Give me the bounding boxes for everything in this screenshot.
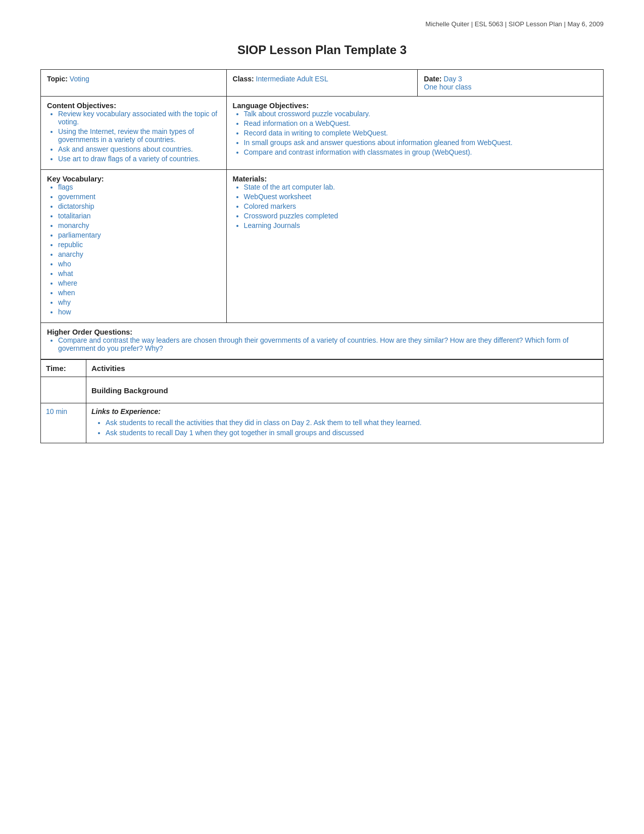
content-obj-list: Review key vocabulary associated with th… [47, 110, 220, 163]
activity-bullets-list: Ask students to recall the activities th… [91, 419, 598, 437]
list-item: Record data in writing to complete WebQu… [244, 129, 597, 137]
language-obj-cell: Language Objectives: Talk about crosswor… [226, 97, 603, 170]
page-title: SIOP Lesson Plan Template 3 [40, 43, 604, 57]
activities-header-row: Time: Activities [41, 360, 604, 377]
list-item: what [58, 269, 220, 277]
list-item: government [58, 193, 220, 201]
higher-order-label: Higher Order Questions: [47, 328, 597, 336]
list-item: monarchy [58, 221, 220, 229]
list-item: how [58, 308, 220, 316]
date-label: Date: [424, 75, 443, 83]
building-bg-time [41, 377, 86, 403]
links-experience-cell: Links to Experience: Ask students to rec… [86, 403, 604, 443]
time-header-cell: Time: [41, 360, 86, 377]
list-item: when [58, 289, 220, 297]
date-value: Day 3 [443, 75, 462, 83]
list-item: why [58, 298, 220, 306]
activities-table: Time: Activities Building Background 10 … [40, 359, 604, 443]
date-cell: Date: Day 3 One hour class [418, 70, 604, 97]
vocab-label: Key Vocabulary: [47, 175, 220, 183]
vocab-list: flagsgovernmentdictatorshiptotalitarianm… [47, 183, 220, 316]
page: Michelle Quiter | ESL 5063 | SIOP Lesson… [0, 0, 644, 834]
list-item: Learning Journals [244, 221, 597, 229]
list-item: Read information on a WebQuest. [244, 119, 597, 127]
higher-order-text: Compare and contrast the way leaders are… [58, 336, 569, 352]
list-item: Crossword puzzles completed [244, 212, 597, 220]
language-obj-label: Language Objectives: [233, 102, 597, 110]
time-10-cell: 10 min [41, 403, 86, 443]
building-bg-cell: Building Background [86, 377, 604, 403]
list-item: republic [58, 241, 220, 249]
list-item: Ask students to recall the activities th… [106, 419, 598, 427]
list-item: Ask students to recall Day 1 when they g… [106, 429, 598, 437]
list-item: Review key vocabulary associated with th… [58, 110, 220, 126]
list-item: Talk about crossword puzzle vocabulary. [244, 110, 597, 118]
list-item: State of the art computer lab. [244, 183, 597, 191]
links-exp-label: Links to Experience: [91, 407, 598, 415]
objectives-row: Content Objectives: Review key vocabular… [41, 97, 604, 170]
list-item: flags [58, 183, 220, 191]
time-col-header: Time: [46, 364, 66, 373]
building-background-label: Building Background [91, 386, 598, 395]
list-item: Use art to draw flags of a variety of co… [58, 155, 220, 163]
class-cell: Class: Intermediate Adult ESL [226, 70, 418, 97]
date-sub: One hour class [424, 83, 471, 91]
list-item: In small groups ask and answer questions… [244, 138, 597, 147]
list-item: Colored markers [244, 202, 597, 210]
topic-row: Topic: Voting Class: Intermediate Adult … [41, 70, 604, 97]
list-item: totalitarian [58, 212, 220, 220]
activities-col-header: Activities [91, 364, 125, 373]
links-experience-row: 10 min Links to Experience: Ask students… [41, 403, 604, 443]
list-item: who [58, 260, 220, 268]
main-info-table: Topic: Voting Class: Intermediate Adult … [40, 69, 604, 359]
list-item: where [58, 279, 220, 287]
topic-value: Voting [70, 75, 89, 83]
vocab-row: Key Vocabulary: flagsgovernmentdictators… [41, 170, 604, 323]
list-item: Compare and contrast information with cl… [244, 148, 597, 156]
list-item: dictatorship [58, 202, 220, 210]
meta-text: Michelle Quiter | ESL 5063 | SIOP Lesson… [425, 20, 604, 28]
class-label: Class: [233, 75, 256, 83]
activities-header-cell: Activities [86, 360, 604, 377]
higher-order-row: Higher Order Questions: Compare and cont… [41, 323, 604, 359]
list-item: WebQuest worksheet [244, 193, 597, 201]
higher-order-list: Compare and contrast the way leaders are… [47, 336, 597, 352]
list-item: parliamentary [58, 231, 220, 239]
topic-label: Topic: [47, 75, 70, 83]
building-background-row: Building Background [41, 377, 604, 403]
list-item: Using the Internet, review the main type… [58, 127, 220, 144]
class-value: Intermediate Adult ESL [256, 75, 328, 83]
language-obj-list: Talk about crossword puzzle vocabulary.R… [233, 110, 597, 156]
vocab-cell: Key Vocabulary: flagsgovernmentdictators… [41, 170, 227, 323]
time-10-label: 10 min [46, 407, 67, 415]
header-meta: Michelle Quiter | ESL 5063 | SIOP Lesson… [40, 20, 604, 28]
materials-label: Materials: [233, 175, 597, 183]
list-item: Ask and answer questions about countries… [58, 145, 220, 153]
content-obj-label: Content Objectives: [47, 102, 220, 110]
materials-list: State of the art computer lab.WebQuest w… [233, 183, 597, 229]
list-item: anarchy [58, 250, 220, 258]
higher-order-cell: Higher Order Questions: Compare and cont… [41, 323, 604, 359]
content-obj-cell: Content Objectives: Review key vocabular… [41, 97, 227, 170]
topic-cell: Topic: Voting [41, 70, 227, 97]
materials-cell: Materials: State of the art computer lab… [226, 170, 603, 323]
